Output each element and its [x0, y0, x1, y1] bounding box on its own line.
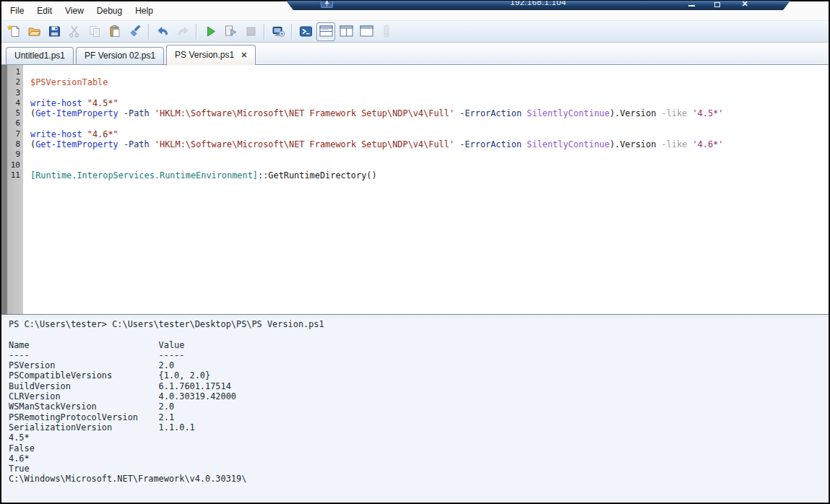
line-number: 7	[7, 129, 23, 139]
open-folder-icon	[27, 25, 41, 38]
overflow-icon	[380, 25, 394, 38]
new-script-button[interactable]	[4, 22, 23, 41]
console-table-row: PSCompatibleVersions {1.0, 2.0}	[9, 370, 829, 381]
line-number-gutter: 1234567891011	[7, 65, 23, 314]
tab-ps-version-ps1[interactable]: PS Version.ps1✕	[166, 45, 256, 65]
cut-button[interactable]	[65, 22, 84, 41]
redo-icon	[176, 25, 190, 38]
console-output-pane[interactable]: PS C:\Users\tester> C:\Users\tester\Desk…	[1, 317, 829, 503]
undo-button[interactable]	[153, 22, 172, 41]
tab-label: PS Version.ps1	[175, 50, 234, 60]
console-table-row: BuildVersion 6.1.7601.17514	[9, 381, 829, 391]
console-table-row: PSVersion 2.0	[9, 360, 829, 370]
toolbar-separator	[291, 24, 293, 40]
restore-icon	[714, 2, 720, 7]
new-script-icon	[7, 25, 21, 38]
toolbar-separator	[196, 24, 197, 40]
menu-help[interactable]: Help	[129, 1, 160, 20]
line-number: 9	[7, 149, 23, 160]
tab-untitled1-ps1[interactable]: Untitled1.ps1	[6, 47, 74, 64]
line-number: 11	[7, 170, 23, 181]
script-code[interactable]: $PSVersionTablewrite-host "4.5*"(Get-Ite…	[23, 65, 829, 314]
minimize-icon	[688, 5, 695, 6]
console-result-line: C:\Windows\Microsoft.NET\Framework\v4.0.…	[9, 474, 829, 484]
toolbar-separator	[148, 24, 150, 40]
console-result-line: 4.5*	[9, 433, 829, 443]
console-table-header: Name Value	[9, 340, 829, 350]
console-prompt-line: PS C:\Users\tester> C:\Users\tester\Desk…	[9, 319, 829, 329]
menu-file[interactable]: File	[4, 1, 30, 20]
stop-icon	[244, 25, 258, 38]
copy-icon	[88, 25, 102, 38]
stop-execution-button[interactable]	[241, 22, 260, 41]
code-line	[30, 149, 829, 160]
powershell-icon	[299, 25, 313, 38]
line-number: 4	[7, 98, 23, 108]
new-remote-powershell-tab-button[interactable]	[269, 22, 288, 41]
line-number: 10	[7, 160, 23, 170]
console-result-line: 4.6*	[9, 453, 829, 464]
run-icon	[204, 25, 217, 38]
code-line: write-host "4.6*"	[30, 129, 829, 139]
code-line: (Get-ItemProperty -Path 'HKLM:\Software\…	[30, 108, 829, 118]
line-number: 1	[7, 67, 23, 77]
code-line	[30, 160, 829, 170]
tab-pf-version-02-ps1[interactable]: PF Version 02.ps1	[76, 47, 164, 64]
clear-output-button[interactable]	[126, 22, 144, 41]
redo-button[interactable]	[173, 22, 192, 41]
code-line	[30, 88, 829, 98]
restore-button[interactable]	[711, 1, 724, 9]
layout-top-icon	[319, 25, 333, 38]
console-result-line: True	[9, 464, 829, 474]
code-line: [Runtime.InteropServices.RuntimeEnvironm…	[30, 170, 829, 181]
close-tab-icon[interactable]: ✕	[241, 51, 247, 60]
console-result-line: False	[9, 443, 829, 453]
script-pane-top-button[interactable]	[316, 22, 335, 41]
code-line: write-host "4.5*"	[30, 98, 829, 108]
save-button[interactable]	[45, 22, 64, 41]
close-button[interactable]: ✕	[738, 1, 751, 9]
line-number: 8	[7, 139, 23, 149]
layout-max-icon	[360, 25, 373, 38]
script-tab-bar: Untitled1.ps1PF Version 02.ps1PS Version…	[1, 43, 829, 65]
run-selection-button[interactable]	[221, 22, 240, 41]
powershell-ise-window: FileEditViewDebugHelp Untitled1.ps1PF Ve…	[0, 0, 830, 504]
menu-view[interactable]: View	[59, 1, 90, 20]
menu-edit[interactable]: Edit	[30, 1, 59, 20]
script-editor-pane[interactable]: 1234567891011 $PSVersionTablewrite-host …	[1, 65, 829, 314]
console-table-row: WSManStackVersion 2.0	[9, 401, 829, 412]
menu-debug[interactable]: Debug	[90, 1, 129, 20]
run-script-button[interactable]	[201, 22, 220, 41]
start-powershell-button[interactable]	[296, 22, 315, 41]
script-pane-right-button[interactable]	[337, 22, 355, 41]
code-line	[30, 67, 829, 77]
paste-icon	[108, 25, 122, 38]
console-table-row: CLRVersion 4.0.30319.42000	[9, 391, 829, 401]
console-table-underline: ---- -----	[9, 350, 829, 360]
toolbar-separator	[264, 24, 265, 40]
open-script-button[interactable]	[25, 22, 43, 41]
minimize-button[interactable]	[685, 1, 698, 9]
line-number: 2	[7, 77, 23, 87]
remote-tab-icon	[272, 25, 285, 38]
close-icon: ✕	[741, 1, 748, 9]
code-line: (Get-ItemProperty -Path 'HKLM:\Software\…	[30, 139, 829, 149]
remote-desktop-connection-bar: 192.168.1.104 ✕	[286, 1, 790, 10]
script-pane-maximized-button[interactable]	[357, 22, 376, 41]
console-table-row: PSRemotingProtocolVersion 2.1	[9, 412, 829, 422]
undo-icon	[156, 25, 170, 38]
paste-button[interactable]	[105, 22, 124, 41]
clear-output-icon	[129, 25, 142, 38]
line-number: 6	[7, 118, 23, 129]
tab-label: Untitled1.ps1	[14, 51, 65, 61]
toolbar-overflow-button[interactable]	[377, 22, 396, 41]
tab-label: PF Version 02.ps1	[85, 51, 155, 61]
console-table-row: SerializationVersion 1.1.0.1	[9, 422, 829, 433]
copy-button[interactable]	[85, 22, 104, 41]
editor-margin	[1, 65, 7, 314]
code-line: $PSVersionTable	[30, 77, 829, 87]
line-number: 5	[7, 108, 23, 118]
console-blank-line	[9, 329, 829, 339]
save-icon	[48, 25, 61, 38]
line-number: 3	[7, 88, 23, 98]
